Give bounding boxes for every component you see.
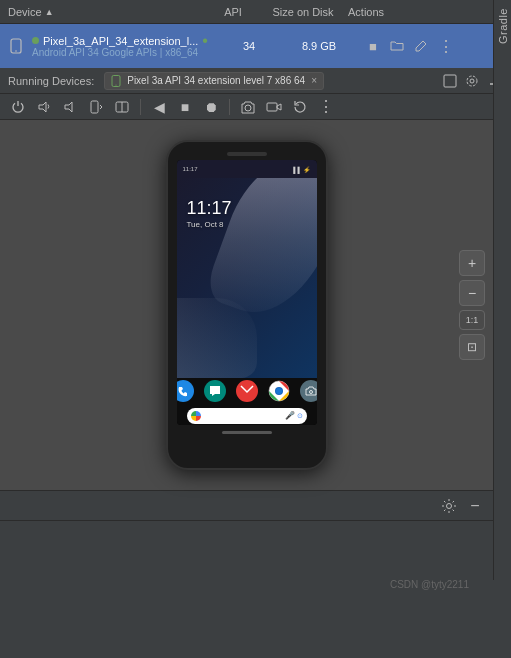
settings-icon[interactable] xyxy=(463,72,481,90)
screen-status-icons: ▌▌ ⚡ xyxy=(293,166,310,173)
rotate-button[interactable] xyxy=(86,97,106,117)
svg-rect-4 xyxy=(444,75,456,87)
more-actions-button[interactable]: ⋮ xyxy=(436,37,454,55)
app-chrome-icon[interactable] xyxy=(268,380,290,402)
more-button[interactable]: ⋮ xyxy=(316,97,336,117)
window-icon[interactable] xyxy=(441,72,459,90)
emulator-area: 11:17 ▌▌ ⚡ 11:17 Tue, Oct 8 xyxy=(0,120,493,490)
screenrecord-button[interactable] xyxy=(264,97,284,117)
device-name-group: Pixel_3a_API_34_extension_l... • Android… xyxy=(32,35,224,58)
zoom-out-button[interactable]: − xyxy=(459,280,485,306)
svg-point-13 xyxy=(245,105,251,111)
svg-marker-8 xyxy=(39,102,46,112)
header-size-col: Size on Disk xyxy=(258,6,348,18)
header-api-col: API xyxy=(208,6,258,18)
date-widget: Tue, Oct 8 xyxy=(187,220,224,229)
svg-marker-9 xyxy=(65,102,72,112)
header-actions-label: Actions xyxy=(348,6,384,18)
running-device-icon xyxy=(111,75,123,87)
svg-rect-14 xyxy=(267,103,277,111)
mic-icon: 🎤 xyxy=(285,411,295,420)
toolbar-separator-1 xyxy=(140,99,141,115)
close-tab-button[interactable]: × xyxy=(311,75,317,86)
toolbar-separator-2 xyxy=(229,99,230,115)
emulator-toolbar: ◀ ■ ⏺ ⋮ xyxy=(0,94,511,120)
svg-point-19 xyxy=(276,388,282,394)
running-device-tab[interactable]: Pixel 3a API 34 extension level 7 x86 64… xyxy=(104,72,324,90)
bottom-minimize-button[interactable]: − xyxy=(465,496,485,516)
phone-speaker xyxy=(227,152,267,156)
volume-up-button[interactable] xyxy=(34,97,54,117)
wallpaper-shape2 xyxy=(177,298,257,378)
edit-icon xyxy=(414,39,428,53)
screen-dock-area: 🎤 ⊙ xyxy=(177,378,317,425)
volume-down-button[interactable] xyxy=(60,97,80,117)
dock-apps xyxy=(177,380,317,402)
google-g-icon xyxy=(191,411,201,421)
screen-wallpaper: 11:17 Tue, Oct 8 xyxy=(177,178,317,378)
app-gmail-icon[interactable] xyxy=(236,380,258,402)
watermark-text: CSDN @tyty2211 xyxy=(390,579,469,590)
folder-icon xyxy=(390,39,404,53)
screen-statusbar: 11:17 ▌▌ ⚡ xyxy=(177,160,317,178)
device-name-sub: Android API 34 Google APIs | x86_64 xyxy=(32,47,224,58)
phone-body: 11:17 ▌▌ ⚡ 11:17 Tue, Oct 8 xyxy=(166,140,328,470)
running-devices-label: Running Devices: xyxy=(8,75,94,87)
zoom-ratio-label: 1:1 xyxy=(459,310,485,330)
device-name-main: Pixel_3a_API_34_extension_l... • xyxy=(32,35,224,47)
power-button[interactable] xyxy=(8,97,28,117)
running-devices-bar: Running Devices: Pixel 3a API 34 extensi… xyxy=(0,68,511,94)
svg-rect-10 xyxy=(91,101,98,113)
device-name-text: Pixel_3a_API_34_extension_l... xyxy=(43,35,198,47)
edit-button[interactable] xyxy=(412,37,430,55)
status-bar: CSDN @tyty2211 xyxy=(0,520,493,596)
home-indicator xyxy=(222,431,272,434)
fit-screen-button[interactable]: ⊡ xyxy=(459,334,485,360)
recents-button[interactable]: ⏺ xyxy=(201,97,221,117)
header-actions-col: Actions xyxy=(348,6,503,18)
header-size-label: Size on Disk xyxy=(272,6,333,18)
app-phone-icon[interactable] xyxy=(177,380,194,402)
device-size-value: 8.9 GB xyxy=(274,40,364,52)
bottom-settings-button[interactable] xyxy=(439,496,459,516)
avd-device-row[interactable]: Pixel_3a_API_34_extension_l... • Android… xyxy=(0,24,511,68)
phone-icon xyxy=(8,38,24,54)
phone-container: 11:17 ▌▌ ⚡ 11:17 Tue, Oct 8 xyxy=(166,140,328,470)
header-api-label: API xyxy=(224,6,242,18)
clock-widget: 11:17 xyxy=(187,198,232,219)
stop-button[interactable]: ■ xyxy=(364,37,382,55)
device-actions-group: ■ ⋮ xyxy=(364,37,503,55)
device-api-value: 34 xyxy=(224,40,274,52)
zoom-in-button[interactable]: + xyxy=(459,250,485,276)
sort-icon: ▲ xyxy=(45,7,54,17)
lens-icon: ⊙ xyxy=(297,412,303,420)
bottom-controls-bar: − xyxy=(0,490,493,520)
header-device-label: Device xyxy=(8,6,42,18)
home-button[interactable]: ■ xyxy=(175,97,195,117)
header-device-col: Device ▲ xyxy=(8,6,208,18)
gradle-sidebar: Gradle xyxy=(493,0,511,580)
screenshot-button[interactable] xyxy=(238,97,258,117)
app-messages-icon[interactable] xyxy=(204,380,226,402)
rotate-ccw-button[interactable] xyxy=(290,97,310,117)
app-camera-icon[interactable] xyxy=(300,380,317,402)
svg-marker-15 xyxy=(277,104,281,110)
status-dot xyxy=(32,37,39,44)
svg-point-20 xyxy=(309,390,312,393)
running-device-tab-label: Pixel 3a API 34 extension level 7 x86 64 xyxy=(127,75,305,86)
google-search-bar[interactable]: 🎤 ⊙ xyxy=(187,408,307,424)
show-on-disk-button[interactable] xyxy=(388,37,406,55)
avd-manager-header: Device ▲ API Size on Disk Actions xyxy=(0,0,511,24)
screen-time: 11:17 xyxy=(183,166,198,172)
phone-screen[interactable]: 11:17 ▌▌ ⚡ 11:17 Tue, Oct 8 xyxy=(177,160,317,425)
back-button[interactable]: ◀ xyxy=(149,97,169,117)
svg-point-21 xyxy=(447,503,452,508)
svg-point-6 xyxy=(467,76,477,86)
gradle-label[interactable]: Gradle xyxy=(497,8,509,44)
svg-point-1 xyxy=(15,50,17,52)
fold-button[interactable] xyxy=(112,97,132,117)
zoom-controls: + − 1:1 ⊡ xyxy=(459,120,485,490)
svg-point-3 xyxy=(116,84,117,85)
svg-point-5 xyxy=(470,79,474,83)
